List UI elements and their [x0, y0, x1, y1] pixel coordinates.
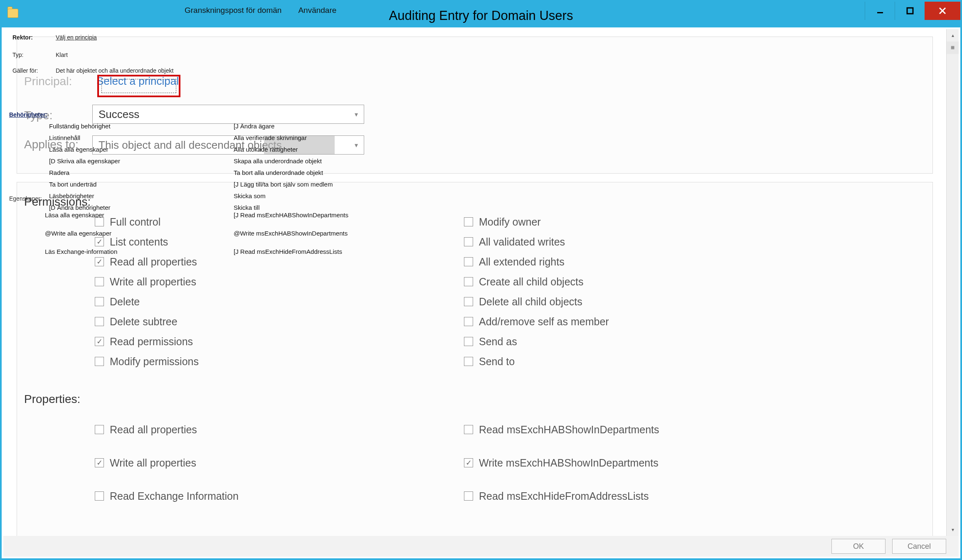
heading-properties: Properties:: [24, 393, 80, 406]
checkbox-row: Read all properties: [95, 252, 199, 272]
checkbox-row: Delete subtree: [95, 312, 199, 332]
checkbox-row: Write all properties: [95, 446, 239, 479]
meta-area: Rektor: Välj en principia Typ: Klart Gäl…: [7, 29, 179, 76]
checkbox-row: Read all properties: [95, 413, 239, 446]
checkbox[interactable]: [464, 237, 473, 246]
checkbox-label: Read Exchange Information: [110, 490, 239, 502]
checkbox[interactable]: [95, 277, 104, 286]
vertical-scrollbar[interactable]: ▴ ≡ ▾: [946, 29, 959, 536]
checkbox-label: Delete all child objects: [479, 296, 582, 308]
checkbox[interactable]: [464, 257, 473, 266]
client-area: Rektor: Välj en principia Typ: Klart Gäl…: [3, 29, 959, 536]
scroll-up-icon[interactable]: ▴: [947, 29, 959, 42]
close-button[interactable]: [925, 2, 960, 20]
checkbox-label: Add/remove self as member: [479, 316, 609, 328]
scroll-options-icon[interactable]: ≡: [947, 42, 959, 54]
checkbox-row: All validated writes: [464, 232, 609, 252]
checkbox[interactable]: [464, 317, 473, 326]
checkbox-row: Read msExchHideFromAddressLists: [464, 479, 659, 513]
value-galler: Det här objektet och alla underordnade o…: [56, 67, 173, 74]
checkbox-label: Read all properties: [110, 424, 197, 436]
checkbox[interactable]: [464, 425, 473, 434]
checkbox-row: Delete all child objects: [464, 292, 609, 312]
properties-col-right: Read msExchHABShowInDepartmentsWrite msE…: [464, 413, 659, 513]
checkbox-row: Modify permissions: [95, 351, 199, 371]
legacy-text-line: @Write msExchHABShowInDepartments: [234, 224, 348, 243]
folder-icon: [7, 9, 19, 20]
checkbox[interactable]: [464, 458, 473, 467]
checkbox[interactable]: [95, 357, 104, 366]
label-principal: Principal:: [24, 75, 72, 88]
link-select-principal-sv[interactable]: Välj en principia: [56, 34, 97, 41]
checkbox-label: List contents: [110, 236, 168, 248]
checkbox-label: Read msExchHideFromAddressLists: [479, 490, 649, 502]
checkbox-row: Create all child objects: [464, 272, 609, 292]
heading-permissions: Permissions:: [24, 195, 91, 209]
label-rektor: Rektor:: [12, 34, 48, 41]
checkbox[interactable]: [95, 237, 104, 246]
checkbox-row: Read permissions: [95, 332, 199, 351]
ghost-tab-2: Användare: [298, 6, 336, 15]
checkbox[interactable]: [95, 257, 104, 266]
scroll-down-icon[interactable]: ▾: [947, 523, 959, 536]
meta-row-rektor: Rektor: Välj en principia: [12, 34, 173, 41]
legacy-text-line: [J Read msExchHABShowInDepartments: [234, 206, 348, 224]
checkbox[interactable]: [464, 357, 473, 366]
dialog-button-bar: OK Cancel: [3, 536, 959, 557]
checkbox-label: All extended rights: [479, 256, 565, 268]
checkbox-label: Full control: [110, 216, 160, 228]
link-select-principal[interactable]: Select a principal: [96, 75, 179, 88]
checkbox[interactable]: [95, 458, 104, 467]
checkbox[interactable]: [95, 317, 104, 326]
legacy-text-line: [J Ändra ägare: [234, 120, 333, 132]
title-ghost-tabs: Granskningspost för domän Användare: [185, 6, 336, 15]
checkbox-label: Read all properties: [110, 256, 197, 268]
checkbox-label: Modify permissions: [110, 356, 199, 368]
legacy-text-line: Listinnehåll: [49, 132, 120, 144]
checkbox-label: Delete subtree: [110, 316, 178, 328]
legacy-props-col-right: [J Read msExchHABShowInDepartments@Write…: [234, 206, 348, 261]
checkbox-label: Read msExchHABShowInDepartments: [479, 424, 659, 436]
checkbox-row: Write all properties: [95, 272, 199, 292]
checkbox[interactable]: [464, 277, 473, 286]
checkbox[interactable]: [464, 337, 473, 346]
permissions-col-right: Modify ownerAll validated writesAll exte…: [464, 212, 609, 371]
label-typ: Typ:: [12, 52, 48, 58]
legacy-text-line: Ta bort alla underordnade objekt: [234, 167, 333, 179]
cancel-button[interactable]: Cancel: [892, 539, 946, 554]
label-galler: Gäller för:: [12, 67, 48, 74]
legacy-text-line: Alla utökade rättigheter: [234, 144, 333, 155]
legacy-text-line: Skapa alla underordnade objekt: [234, 155, 333, 167]
checkbox[interactable]: [464, 217, 473, 226]
checkbox-row: Full control: [95, 212, 199, 232]
checkbox-row: Read msExchHABShowInDepartments: [464, 413, 659, 446]
checkbox[interactable]: [464, 297, 473, 306]
legacy-text-line: Läsa alla egenskaper: [49, 144, 120, 155]
content-area: Rektor: Välj en principia Typ: Klart Gäl…: [3, 29, 946, 536]
ok-button[interactable]: OK: [831, 539, 886, 554]
checkbox-label: Send as: [479, 336, 517, 348]
checkbox[interactable]: [95, 491, 104, 501]
meta-row-galler: Gäller för: Det här objektet och alla un…: [12, 67, 173, 74]
legacy-text-line: Skicka som: [234, 190, 333, 202]
label-behorigheter: Behörigheter:: [9, 111, 47, 118]
minimize-button[interactable]: [865, 2, 895, 20]
legacy-text-line: Ta bort underträd: [49, 179, 120, 190]
checkbox-label: All validated writes: [479, 236, 565, 248]
maximize-button[interactable]: [895, 2, 925, 20]
checkbox[interactable]: [464, 491, 473, 501]
checkbox-row: Read Exchange Information: [95, 479, 239, 513]
legacy-text-line: Radera: [49, 167, 120, 179]
checkbox[interactable]: [95, 297, 104, 306]
checkbox-label: Write msExchHABShowInDepartments: [479, 457, 659, 469]
checkbox-label: Write all properties: [110, 457, 196, 469]
legacy-text-line: [D Skriva alla egenskaper: [49, 155, 120, 167]
checkbox[interactable]: [95, 217, 104, 226]
svg-rect-0: [877, 12, 883, 13]
checkbox-label: Read permissions: [110, 336, 193, 348]
checkbox[interactable]: [95, 337, 104, 346]
legacy-text-line: Fullständig behörighet: [49, 120, 120, 132]
checkbox-row: Modify owner: [464, 212, 609, 232]
legacy-text-line: Alla verifierade skrivningar: [234, 132, 333, 144]
checkbox[interactable]: [95, 425, 104, 434]
